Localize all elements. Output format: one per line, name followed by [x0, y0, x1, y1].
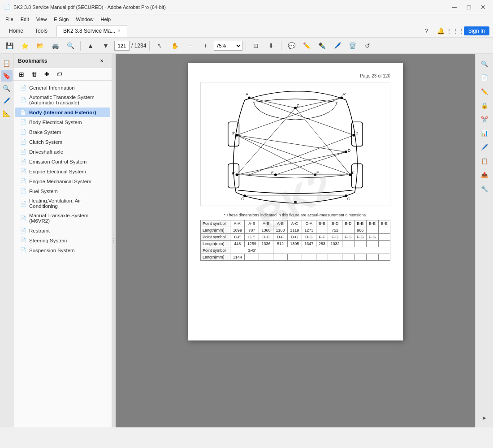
open-button[interactable]: 📂	[33, 39, 47, 52]
bookmark-doc-icon: 📄	[20, 119, 26, 125]
right-lock-button[interactable]: 🔒	[478, 99, 491, 112]
right-pen-button[interactable]: 🖊️	[478, 141, 491, 153]
select-tool[interactable]: ↖	[153, 39, 166, 52]
bookmark-driveshaft-axle[interactable]: 📄 Driveshaft axle	[15, 147, 110, 156]
bookmark-doc-icon: 📄	[20, 247, 26, 253]
apps-icon[interactable]: ⋮⋮⋮	[450, 25, 461, 37]
bookmark-restraint[interactable]: 📄 Restraint	[15, 226, 110, 235]
table-cell: B-D	[328, 220, 342, 227]
right-cut-button[interactable]: ✂️	[478, 113, 491, 125]
document-tab[interactable]: BK2 3.8 Service Ma... ×	[56, 25, 127, 37]
right-edit-button[interactable]: ✏️	[478, 85, 491, 98]
tools-panel-icon[interactable]: 🖊️	[1, 95, 13, 107]
signature-button[interactable]: ✒️	[315, 39, 329, 52]
table-cell	[273, 254, 288, 260]
sign-in-button[interactable]: Sign In	[464, 26, 489, 35]
bookmark-body-interior-exterior[interactable]: 📄 Body (Interior and Exterior)	[15, 108, 110, 117]
bookmark-label: Heating,Ventilation, Air Conditioning	[29, 198, 107, 209]
menu-window[interactable]: Window	[72, 16, 97, 23]
right-settings-button[interactable]: 🔧	[478, 182, 491, 195]
bookmark-hvac[interactable]: 📄 Heating,Ventilation, Air Conditioning	[15, 196, 110, 211]
bookmark-automatic-transaxle[interactable]: 📄 Automatic Transaxle System (Automatic …	[15, 93, 110, 107]
comment-button[interactable]: 💬	[285, 39, 298, 52]
table-cell: D-G	[302, 233, 316, 240]
layers-icon[interactable]: 📐	[1, 108, 13, 119]
bookmark-manual-transaxle[interactable]: 📄 Manual Transaxle System (M6VR2)	[15, 211, 110, 225]
bookmark-label: Body Electrical System	[29, 120, 82, 125]
help-icon[interactable]: ?	[421, 25, 432, 37]
bookmark-doc-icon: 📄	[20, 237, 26, 243]
download-button[interactable]: ⬇	[264, 39, 278, 52]
menu-view[interactable]: View	[33, 16, 51, 23]
bookmark-engine-electrical[interactable]: 📄 Engine Electrical System	[15, 167, 110, 176]
bookmark-emission-control[interactable]: 📄 Emission Control System	[15, 157, 110, 166]
page-number: Page 23 of 120	[200, 73, 390, 78]
menu-file[interactable]: File	[2, 16, 17, 23]
table-cell: A-B	[245, 220, 259, 227]
right-expand-button[interactable]: ▶	[478, 411, 491, 424]
zoom-in-button[interactable]: +	[199, 39, 212, 52]
menu-edit[interactable]: Edit	[17, 16, 33, 23]
menu-help[interactable]: Help	[97, 16, 115, 23]
zoom-select[interactable]: 75% 50% 100% 125% 150%	[214, 41, 242, 51]
search-panel-icon[interactable]: 🔍	[1, 82, 13, 94]
bookmark-suspension-system[interactable]: 📄 Suspension System	[15, 246, 110, 255]
resize-handle[interactable]	[112, 54, 116, 427]
menu-esign[interactable]: E-Sign	[50, 16, 72, 23]
table-cell	[378, 254, 390, 260]
bookmark-label: Clutch System	[29, 139, 62, 145]
notifications-icon[interactable]: 🔔	[435, 25, 447, 37]
bookmark-doc-icon: 📄	[20, 139, 26, 145]
bookmark-brake-system[interactable]: 📄 Brake System	[15, 127, 110, 137]
save-button[interactable]: 💾	[3, 39, 16, 52]
bookmark-doc-icon: 📄	[20, 159, 26, 164]
right-chart-button[interactable]: 📊	[478, 127, 491, 139]
svg-text:E: E	[316, 171, 319, 175]
close-button[interactable]: ✕	[477, 2, 489, 12]
maximize-button[interactable]: □	[463, 2, 475, 12]
zoom-out-button[interactable]: −	[183, 39, 197, 52]
search-button[interactable]: 🔍	[64, 39, 77, 52]
table-point-label-3: Point symbol	[201, 247, 230, 254]
nav-tools[interactable]: Tools	[30, 26, 53, 35]
bookmark-engine-mechanical[interactable]: 📄 Engine Mechanical System	[15, 177, 110, 186]
highlight-button[interactable]: ✏️	[300, 39, 313, 52]
bookmark-body-electrical[interactable]: 📄 Body Electrical System	[15, 117, 110, 127]
bookmark-clutch-system[interactable]: 📄 Clutch System	[15, 137, 110, 146]
table-cell: 1144	[230, 254, 245, 260]
tab-close-icon[interactable]: ×	[118, 28, 121, 33]
bookmark-general-information[interactable]: 📄 General Information	[15, 83, 110, 92]
bookmark-steering-system[interactable]: 📄 Steering System	[15, 236, 110, 245]
bookmark-label: Automatic Transaxle System (Automatic Tr…	[29, 95, 107, 105]
right-page-button[interactable]: 📄	[478, 71, 491, 84]
bookmarks-icon[interactable]: 🔖	[1, 70, 13, 82]
print-button[interactable]: 🖨️	[48, 39, 62, 52]
hand-tool[interactable]: ✋	[168, 39, 182, 52]
svg-line-37	[295, 108, 350, 175]
fit-page-button[interactable]: ⊡	[249, 39, 263, 52]
delete-button[interactable]: 🗑️	[346, 39, 359, 52]
minimize-button[interactable]: ─	[448, 2, 461, 12]
page-navigation: / 1234	[114, 41, 146, 51]
page-number-input[interactable]	[114, 41, 130, 51]
right-clipboard-button[interactable]: 📋	[478, 155, 491, 167]
delete-bookmark-button[interactable]: 🗑	[29, 69, 39, 79]
bookmark-fuel-system[interactable]: 📄 Fuel System	[15, 186, 110, 196]
close-bookmarks-button[interactable]: ×	[96, 56, 107, 66]
right-export-button[interactable]: 📤	[478, 168, 491, 181]
page-thumbnail-icon[interactable]: 📋	[1, 57, 13, 69]
table-cell: 1119	[287, 227, 302, 233]
bookmark-doc-icon: 📄	[20, 149, 26, 155]
svg-line-36	[237, 108, 295, 175]
bookmark-options-button[interactable]: 🏷	[54, 69, 65, 79]
expand-all-button[interactable]: ⊞	[16, 69, 27, 79]
add-bookmark-button[interactable]: ✚	[41, 69, 52, 79]
nav-home[interactable]: Home	[4, 26, 29, 35]
undo-button[interactable]: ↺	[361, 39, 374, 52]
prev-page-button[interactable]: ▲	[84, 39, 97, 52]
right-zoom-button[interactable]: 🔍	[478, 57, 491, 70]
table-length-label-1: Length(mm)	[201, 227, 230, 233]
bookmark-button[interactable]: ⭐	[18, 39, 31, 52]
stamp-button[interactable]: 🖊️	[330, 39, 344, 52]
next-page-button[interactable]: ▼	[99, 39, 112, 52]
